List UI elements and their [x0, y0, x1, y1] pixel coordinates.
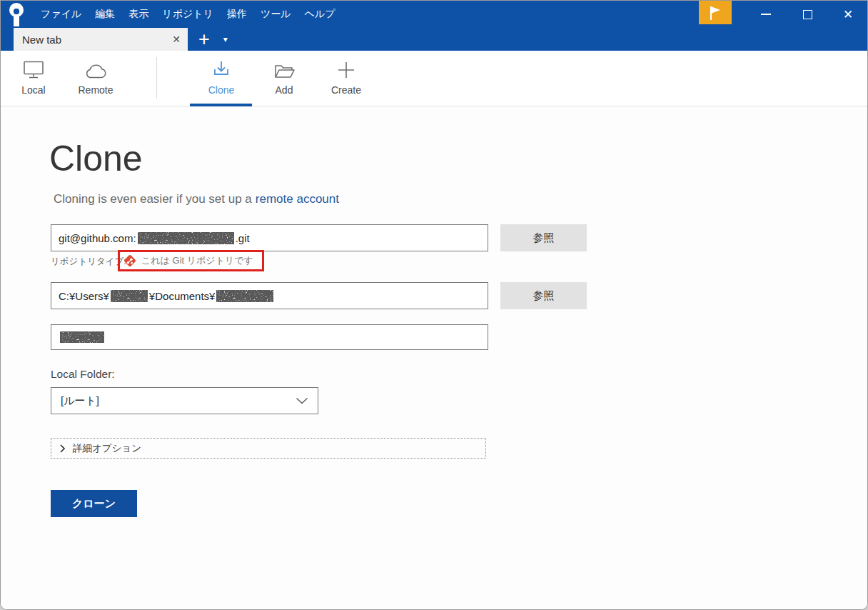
tab-new-tab[interactable]: New tab ✕ [14, 28, 188, 51]
subtitle-text: Cloning is even easier if you set up a [54, 192, 252, 206]
toolbar-add-button[interactable]: Add [259, 59, 309, 96]
flag-icon [708, 5, 722, 21]
menubar: ファイル 編集 表示 リポジトリ 操作 ツール ヘルプ [41, 8, 335, 21]
menu-item-edit[interactable]: 編集 [95, 8, 115, 21]
toolbar: Local Remote Clone [1, 51, 867, 106]
menu-item-repository[interactable]: リポジトリ [162, 8, 213, 21]
chevron-right-icon [60, 444, 65, 453]
toolbar-remote-label: Remote [78, 84, 113, 96]
toolbar-local-label: Local [21, 84, 45, 96]
source-url-input[interactable]: git@github.com: .git [51, 224, 488, 251]
repo-type-value: これは Git リポジトリです [141, 254, 253, 267]
repo-name-input[interactable] [51, 324, 488, 350]
feedback-flag-button[interactable] [699, 1, 732, 24]
sourcetree-logo-icon [7, 2, 26, 26]
cloud-icon [84, 59, 107, 79]
toolbar-local-button[interactable]: Local [9, 59, 59, 96]
browse-source-button[interactable]: 参照 [500, 224, 587, 251]
redacted-text [138, 232, 234, 244]
advanced-options-label: 詳細オプション [73, 442, 141, 455]
menu-item-actions[interactable]: 操作 [227, 8, 247, 21]
redacted-text [111, 290, 148, 302]
maximize-button[interactable] [795, 1, 819, 28]
minimize-icon [761, 14, 771, 15]
toolbar-clone-button[interactable]: Clone [196, 59, 246, 96]
menu-item-help[interactable]: ヘルプ [305, 8, 335, 21]
local-folder-select[interactable]: [ルート] [51, 387, 318, 414]
advanced-options-expander[interactable]: 詳細オプション [51, 438, 486, 459]
local-folder-label: Local Folder: [51, 368, 115, 381]
git-icon [123, 254, 136, 267]
browse-destination-button[interactable]: 参照 [500, 282, 587, 309]
menu-item-tools[interactable]: ツール [261, 8, 291, 21]
tab-close-icon[interactable]: ✕ [172, 34, 181, 45]
tab-bar: New tab ✕ + ▾ [1, 28, 867, 51]
close-icon: ✕ [843, 7, 853, 22]
toolbar-create-label: Create [331, 84, 361, 96]
toolbar-create-button[interactable]: Create [321, 59, 371, 96]
destination-path-input[interactable]: C:¥Users¥ ¥Documents¥ [51, 282, 488, 309]
subtitle: Cloning is even easier if you set up are… [54, 192, 339, 206]
redacted-text [60, 331, 104, 343]
dest-path-middle: ¥Documents¥ [149, 290, 216, 302]
page-title: Clone [49, 138, 143, 179]
plus-icon [337, 59, 355, 79]
new-tab-button[interactable]: + [198, 30, 210, 49]
monitor-icon [22, 59, 45, 79]
menu-item-view[interactable]: 表示 [128, 8, 148, 21]
remote-account-link[interactable]: remote account [256, 192, 339, 206]
source-url-prefix: git@github.com: [59, 232, 136, 244]
dest-path-prefix: C:¥Users¥ [59, 290, 109, 302]
redacted-text [216, 290, 273, 302]
app-window: ファイル 編集 表示 リポジトリ 操作 ツール ヘルプ ✕ New tab [0, 0, 868, 610]
clone-download-icon [212, 59, 231, 79]
chevron-down-icon [296, 397, 308, 404]
clone-submit-button[interactable]: クローン [51, 490, 137, 517]
close-window-button[interactable]: ✕ [836, 1, 860, 28]
local-folder-value: [ルート] [61, 394, 99, 408]
clone-view: Clone Cloning is even easier if you set … [1, 106, 867, 610]
toolbar-clone-label: Clone [208, 84, 235, 96]
toolbar-divider [156, 57, 157, 99]
tab-list-dropdown-icon[interactable]: ▾ [223, 34, 228, 44]
titlebar: ファイル 編集 表示 リポジトリ 操作 ツール ヘルプ ✕ [1, 1, 867, 28]
toolbar-add-label: Add [276, 84, 293, 96]
repo-type-label: リポジトリタイプ: [51, 256, 126, 268]
repo-type-annotation-box: これは Git リポジトリです [118, 250, 264, 271]
menu-item-file[interactable]: ファイル [41, 8, 81, 21]
toolbar-remote-button[interactable]: Remote [71, 59, 121, 96]
minimize-button[interactable] [754, 1, 778, 28]
maximize-icon [803, 10, 812, 19]
source-url-suffix: .git [236, 232, 250, 244]
tab-label: New tab [22, 34, 61, 46]
folder-open-icon [273, 59, 295, 79]
